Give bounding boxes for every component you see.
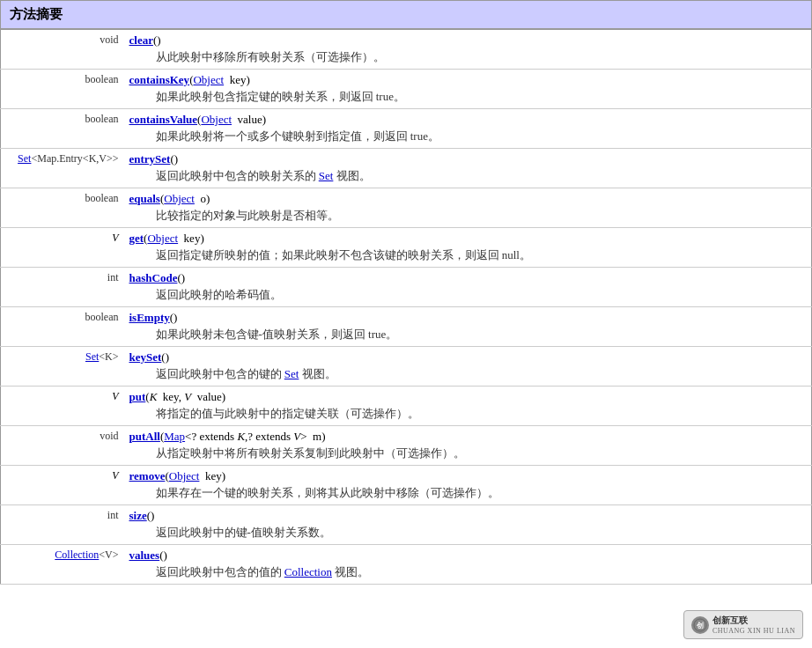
return-type: void	[1, 30, 124, 70]
method-cell: isEmpty() 如果此映射未包含键-值映射关系，则返回 true。	[124, 307, 812, 347]
collection-link[interactable]: Collection	[55, 549, 99, 561]
return-type: Set<K>	[1, 347, 124, 387]
section-title-text: 方法摘要	[10, 7, 63, 21]
method-signature: isEmpty()	[129, 311, 807, 325]
collection-desc-link[interactable]: Collection	[284, 565, 332, 578]
return-type: int	[1, 268, 124, 307]
table-row: Collection<V> values() 返回此映射中包含的值的 Colle…	[1, 545, 812, 585]
watermark-line2: CHUANG XIN HU LIAN	[712, 627, 795, 635]
return-type: boolean	[1, 70, 124, 109]
object-link[interactable]: Object	[147, 232, 178, 245]
watermark-icon: 创	[693, 618, 707, 632]
method-cell: get(Object key) 返回指定键所映射的值；如果此映射不包含该键的映射…	[124, 228, 812, 268]
return-type: Set<Map.Entry<K,V>>	[1, 149, 124, 188]
return-type: boolean	[1, 188, 124, 228]
method-signature: hashCode()	[129, 271, 807, 285]
return-type: boolean	[1, 307, 124, 347]
set-link[interactable]: Set	[18, 152, 31, 165]
table-row: int size() 返回此映射中的键-值映射关系数。	[1, 505, 812, 545]
method-desc: 如果此映射将一个或多个键映射到指定值，则返回 true。	[129, 129, 807, 144]
table-row: V get(Object key) 返回指定键所映射的值；如果此映射不包含该键的…	[1, 228, 812, 268]
put-link[interactable]: put	[129, 390, 146, 403]
method-signature: get(Object key)	[129, 232, 807, 246]
page-wrapper: 方法摘要 void clear() 从此映射中移除所有映射关系（可选操作）。 b…	[0, 0, 812, 648]
method-cell: containsKey(Object key) 如果此映射包含指定键的映射关系，…	[124, 70, 812, 109]
return-type: boolean	[1, 109, 124, 149]
method-cell: putAll(Map<? extends K,? extends V> m) 从…	[124, 426, 812, 466]
method-desc: 如果此映射未包含键-值映射关系，则返回 true。	[129, 327, 807, 342]
set-link[interactable]: Set	[85, 350, 99, 363]
isempty-link[interactable]: isEmpty	[129, 311, 170, 324]
table-row: void putAll(Map<? extends K,? extends V>…	[1, 426, 812, 466]
return-type: int	[1, 505, 124, 545]
method-cell: containsValue(Object value) 如果此映射将一个或多个键…	[124, 109, 812, 149]
method-desc: 返回此映射中包含的值的 Collection 视图。	[129, 564, 807, 580]
get-link[interactable]: get	[129, 232, 144, 245]
method-cell: size() 返回此映射中的键-值映射关系数。	[124, 505, 812, 545]
table-row: Set<Map.Entry<K,V>> entrySet() 返回此映射中包含的…	[1, 149, 812, 188]
watermark: 创 创新互联 CHUANG XIN HU LIAN	[683, 610, 803, 639]
putall-link[interactable]: putAll	[129, 430, 160, 443]
method-desc: 从此映射中移除所有映射关系（可选操作）。	[129, 49, 807, 65]
method-cell: entrySet() 返回此映射中包含的映射关系的 Set 视图。	[124, 149, 812, 188]
set-desc-link[interactable]: Set	[284, 367, 299, 380]
method-desc: 比较指定的对象与此映射是否相等。	[129, 208, 807, 224]
watermark-line1: 创新互联	[712, 615, 795, 627]
table-row: int hashCode() 返回此映射的哈希码值。	[1, 268, 812, 307]
object-link[interactable]: Object	[164, 192, 195, 205]
size-link[interactable]: size	[129, 509, 147, 522]
return-type: V	[1, 387, 124, 426]
method-cell: clear() 从此映射中移除所有映射关系（可选操作）。	[124, 30, 812, 70]
method-signature: containsKey(Object key)	[129, 73, 807, 87]
method-signature: equals(Object o)	[129, 192, 807, 206]
return-type: V	[1, 466, 124, 505]
containsvalue-link[interactable]: containsValue	[129, 113, 198, 126]
remove-link[interactable]: remove	[129, 469, 166, 482]
method-desc: 将指定的值与此映射中的指定键关联（可选操作）。	[129, 406, 807, 422]
method-desc: 如果存在一个键的映射关系，则将其从此映射中移除（可选操作）。	[129, 485, 807, 501]
method-desc: 返回此映射中的键-值映射关系数。	[129, 525, 807, 541]
table-row: V put(K key, V value) 将指定的值与此映射中的指定键关联（可…	[1, 387, 812, 426]
watermark-text: 创新互联 CHUANG XIN HU LIAN	[712, 615, 795, 635]
method-signature: size()	[129, 509, 807, 523]
svg-text:创: 创	[696, 622, 704, 630]
table-row: boolean containsValue(Object value) 如果此映…	[1, 109, 812, 149]
watermark-logo: 创	[691, 616, 709, 634]
keyset-link[interactable]: keySet	[129, 350, 162, 364]
object-link[interactable]: Object	[193, 73, 224, 86]
table-row: boolean isEmpty() 如果此映射未包含键-值映射关系，则返回 tr…	[1, 307, 812, 347]
method-signature: clear()	[129, 33, 807, 48]
method-desc: 返回指定键所映射的值；如果此映射不包含该键的映射关系，则返回 null。	[129, 247, 807, 263]
section-title: 方法摘要	[0, 0, 812, 29]
method-cell: hashCode() 返回此映射的哈希码值。	[124, 268, 812, 307]
table-row: void clear() 从此映射中移除所有映射关系（可选操作）。	[1, 30, 812, 70]
entryset-link[interactable]: entrySet	[129, 152, 171, 166]
object-link[interactable]: Object	[169, 469, 200, 482]
table-row: boolean containsKey(Object key) 如果此映射包含指…	[1, 70, 812, 109]
set-desc-link[interactable]: Set	[319, 169, 334, 182]
object-link[interactable]: Object	[201, 113, 232, 126]
method-desc: 返回此映射的哈希码值。	[129, 287, 807, 303]
method-signature: values()	[129, 549, 807, 563]
method-cell: remove(Object key) 如果存在一个键的映射关系，则将其从此映射中…	[124, 466, 812, 505]
method-desc: 从指定映射中将所有映射关系复制到此映射中（可选操作）。	[129, 446, 807, 461]
method-signature: entrySet()	[129, 152, 807, 166]
method-desc: 返回此映射中包含的键的 Set 视图。	[129, 366, 807, 382]
hashcode-link[interactable]: hashCode	[129, 271, 178, 284]
return-type: void	[1, 426, 124, 466]
table-row: boolean equals(Object o) 比较指定的对象与此映射是否相等…	[1, 188, 812, 228]
method-signature: keySet()	[129, 350, 807, 364]
return-type: V	[1, 228, 124, 268]
method-cell: put(K key, V value) 将指定的值与此映射中的指定键关联（可选操…	[124, 387, 812, 426]
values-link[interactable]: values	[129, 549, 160, 562]
equals-link[interactable]: equals	[129, 192, 160, 205]
method-desc: 返回此映射中包含的映射关系的 Set 视图。	[129, 168, 807, 184]
method-signature: containsValue(Object value)	[129, 113, 807, 127]
clear-link[interactable]: clear	[129, 33, 153, 47]
method-signature: putAll(Map<? extends K,? extends V> m)	[129, 430, 807, 444]
method-cell: values() 返回此映射中包含的值的 Collection 视图。	[124, 545, 812, 585]
method-signature: remove(Object key)	[129, 469, 807, 483]
method-cell: keySet() 返回此映射中包含的键的 Set 视图。	[124, 347, 812, 387]
containskey-link[interactable]: containsKey	[129, 73, 190, 86]
map-link[interactable]: Map	[164, 430, 185, 443]
